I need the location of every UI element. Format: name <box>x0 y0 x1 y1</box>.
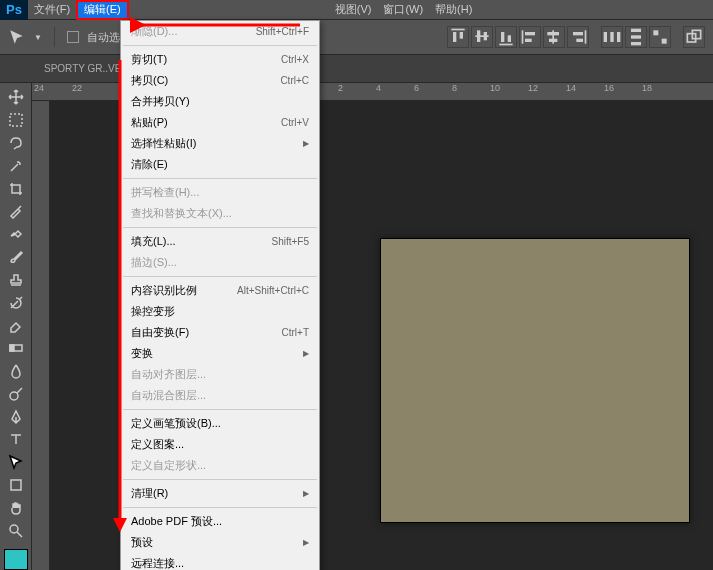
menu-item: 自动混合图层... <box>121 385 319 406</box>
menu-item-label: 拼写检查(H)... <box>131 185 199 200</box>
wand-tool-icon[interactable] <box>4 155 28 176</box>
align-vcenter-icon[interactable] <box>471 26 493 48</box>
svg-rect-17 <box>576 39 583 42</box>
menu-shortcut: ▶ <box>303 538 309 547</box>
svg-rect-8 <box>508 35 511 42</box>
3d-mode-icon[interactable] <box>683 26 705 48</box>
menu-item[interactable]: 填充(L)...Shift+F5 <box>121 231 319 252</box>
menu-item[interactable]: 预设▶ <box>121 532 319 553</box>
menu-item-label: 内容识别比例 <box>131 283 197 298</box>
menu-item[interactable]: Adobe PDF 预设... <box>121 511 319 532</box>
document-tabs: SPORTY GR..VERNI <box>0 55 713 83</box>
menu-item: 拼写检查(H)... <box>121 182 319 203</box>
menu-help[interactable]: 帮助(H) <box>429 0 478 20</box>
menu-view[interactable]: 视图(V) <box>329 0 378 20</box>
menu-item[interactable]: 清除(E) <box>121 154 319 175</box>
eraser-tool-icon[interactable] <box>4 315 28 336</box>
lasso-tool-icon[interactable] <box>4 133 28 154</box>
align-bottom-icon[interactable] <box>495 26 517 48</box>
crop-tool-icon[interactable] <box>4 178 28 199</box>
svg-rect-14 <box>549 39 557 42</box>
foreground-color[interactable] <box>4 549 28 570</box>
blur-tool-icon[interactable] <box>4 361 28 382</box>
menu-shortcut: Ctrl+C <box>280 75 309 86</box>
menu-separator <box>123 507 317 508</box>
path-tool-icon[interactable] <box>4 452 28 473</box>
dropdown-arrow-icon[interactable]: ▼ <box>34 33 42 42</box>
zoom-tool-icon[interactable] <box>4 520 28 541</box>
history-brush-icon[interactable] <box>4 292 28 313</box>
stamp-tool-icon[interactable] <box>4 269 28 290</box>
menu-shortcut: Alt+Shift+Ctrl+C <box>237 285 309 296</box>
menu-item-label: 自由变换(F) <box>131 325 189 340</box>
menu-item-label: 自动对齐图层... <box>131 367 206 382</box>
heal-tool-icon[interactable] <box>4 224 28 245</box>
menu-shortcut: Ctrl+T <box>282 327 310 338</box>
type-tool-icon[interactable] <box>4 429 28 450</box>
menu-item[interactable]: 选择性粘贴(I)▶ <box>121 133 319 154</box>
menu-separator <box>123 479 317 480</box>
gradient-tool-icon[interactable] <box>4 338 28 359</box>
distribute-v-icon[interactable] <box>625 26 647 48</box>
menu-item[interactable]: 自由变换(F)Ctrl+T <box>121 322 319 343</box>
menu-item-label: 清理(R) <box>131 486 168 501</box>
hand-tool-icon[interactable] <box>4 497 28 518</box>
eyedropper-tool-icon[interactable] <box>4 201 28 222</box>
align-hcenter-icon[interactable] <box>543 26 565 48</box>
svg-rect-20 <box>617 32 620 42</box>
menu-item[interactable]: 剪切(T)Ctrl+X <box>121 49 319 70</box>
menu-item-label: 描边(S)... <box>131 255 177 270</box>
pen-tool-icon[interactable] <box>4 406 28 427</box>
menu-item[interactable]: 定义画笔预设(B)... <box>121 413 319 434</box>
menu-item-label: 定义自定形状... <box>131 458 206 473</box>
marquee-tool-icon[interactable] <box>4 110 28 131</box>
svg-rect-24 <box>653 30 658 35</box>
menu-item[interactable]: 拷贝(C)Ctrl+C <box>121 70 319 91</box>
menu-item[interactable]: 定义图案... <box>121 434 319 455</box>
menu-item[interactable]: 变换▶ <box>121 343 319 364</box>
menu-item[interactable]: 操控变形 <box>121 301 319 322</box>
menu-item[interactable]: 远程连接... <box>121 553 319 570</box>
shape-tool-icon[interactable] <box>4 475 28 496</box>
menu-item: 自动对齐图层... <box>121 364 319 385</box>
svg-rect-11 <box>525 39 532 42</box>
svg-rect-18 <box>604 32 607 42</box>
menu-item-label: Adobe PDF 预设... <box>131 514 222 529</box>
menu-file[interactable]: 文件(F) <box>28 0 76 20</box>
svg-rect-22 <box>631 35 641 38</box>
canvas[interactable] <box>380 238 690 523</box>
distribute-icon[interactable] <box>649 26 671 48</box>
menu-separator <box>123 409 317 410</box>
menu-item-label: 变换 <box>131 346 153 361</box>
svg-rect-5 <box>484 32 487 40</box>
menu-edit[interactable]: 编辑(E) <box>76 0 129 20</box>
align-top-icon[interactable] <box>447 26 469 48</box>
edit-menu-dropdown: 渐隐(D)...Shift+Ctrl+F剪切(T)Ctrl+X拷贝(C)Ctrl… <box>120 20 320 570</box>
menu-item-label: 渐隐(D)... <box>131 24 177 39</box>
menu-shortcut: Shift+Ctrl+F <box>256 26 309 37</box>
menubar: Ps 文件(F) 编辑(E) 视图(V) 窗口(W) 帮助(H) <box>0 0 713 20</box>
dodge-tool-icon[interactable] <box>4 383 28 404</box>
auto-select-checkbox[interactable] <box>67 31 79 43</box>
menu-separator <box>123 227 317 228</box>
menu-item-label: 查找和替换文本(X)... <box>131 206 232 221</box>
menu-shortcut: ▶ <box>303 139 309 148</box>
align-icons-group <box>447 26 705 48</box>
menu-window[interactable]: 窗口(W) <box>377 0 429 20</box>
menu-item-label: 选择性粘贴(I) <box>131 136 196 151</box>
brush-tool-icon[interactable] <box>4 247 28 268</box>
menu-item[interactable]: 内容识别比例Alt+Shift+Ctrl+C <box>121 280 319 301</box>
menu-shortcut: Shift+F5 <box>271 236 309 247</box>
menu-item-label: 清除(E) <box>131 157 168 172</box>
svg-rect-10 <box>525 32 535 35</box>
align-right-icon[interactable] <box>567 26 589 48</box>
svg-point-31 <box>10 392 18 400</box>
menu-item[interactable]: 合并拷贝(Y) <box>121 91 319 112</box>
menu-separator <box>123 178 317 179</box>
align-left-icon[interactable] <box>519 26 541 48</box>
distribute-h-icon[interactable] <box>601 26 623 48</box>
menu-item[interactable]: 清理(R)▶ <box>121 483 319 504</box>
move-tool-icon[interactable] <box>4 87 28 108</box>
menu-item[interactable]: 粘贴(P)Ctrl+V <box>121 112 319 133</box>
menu-item-label: 填充(L)... <box>131 234 176 249</box>
